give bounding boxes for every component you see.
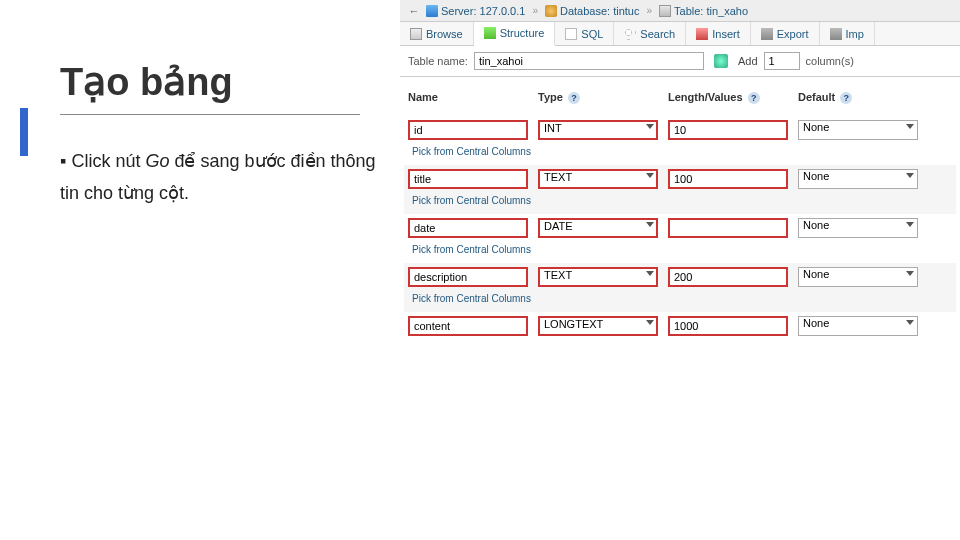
column-type-select[interactable]: LONGTEXT (538, 316, 658, 336)
table-name-input[interactable] (474, 52, 704, 70)
column-row: TEXTNone (404, 263, 956, 291)
column-default-select[interactable]: None (798, 267, 918, 287)
add-columns-label: Add (738, 55, 758, 67)
header-name: Name (408, 91, 538, 104)
tab-sql-label: SQL (581, 28, 603, 40)
tab-structure[interactable]: Structure (474, 22, 556, 46)
search-icon (624, 28, 636, 40)
header-default: Default ? (798, 91, 928, 104)
column-row: INTNone (404, 116, 956, 144)
table-icon (659, 5, 671, 17)
table-name-label: Table name: (408, 55, 468, 67)
add-columns-input[interactable] (764, 52, 800, 70)
column-length-input[interactable] (668, 267, 788, 287)
column-row: TEXTNone (404, 165, 956, 193)
tab-search[interactable]: Search (614, 22, 686, 45)
columns-header: Name Type ? Length/Values ? Default ? (404, 85, 956, 116)
tab-browse[interactable]: Browse (400, 22, 474, 45)
breadcrumb-table-label: Table: (674, 5, 703, 17)
column-length-input[interactable] (668, 169, 788, 189)
columns-label: column(s) (806, 55, 854, 67)
tab-import-label: Imp (846, 28, 864, 40)
tab-search-label: Search (640, 28, 675, 40)
help-icon[interactable]: ? (568, 92, 580, 104)
pick-central-columns-link[interactable]: Pick from Central Columns (404, 242, 956, 263)
slide-body: ▪ Click nút Go để sang bước điền thông t… (60, 145, 380, 210)
table-name-bar: Table name: Add column(s) (400, 46, 960, 77)
import-icon (830, 28, 842, 40)
column-length-input[interactable] (668, 316, 788, 336)
tabs: Browse Structure SQL Search Insert Expor… (400, 22, 960, 46)
phpmyadmin-screenshot: ← Server: 127.0.0.1 » Database: tintuc »… (400, 0, 960, 540)
slide-text-em: Go (145, 151, 169, 171)
pick-central-columns-link[interactable]: Pick from Central Columns (404, 291, 956, 312)
slide-title: Tạo bảng (60, 60, 380, 104)
column-row: DATENone (404, 214, 956, 242)
column-default-select[interactable]: None (798, 218, 918, 238)
bullet-icon: ▪ (60, 151, 66, 171)
tab-insert-label: Insert (712, 28, 740, 40)
breadcrumb-sep: » (532, 5, 538, 16)
column-row: LONGTEXTNone (404, 312, 956, 340)
structure-icon (484, 27, 496, 39)
column-name-input[interactable] (408, 169, 528, 189)
tab-insert[interactable]: Insert (686, 22, 751, 45)
column-length-input[interactable] (668, 120, 788, 140)
breadcrumb-db-label: Database: (560, 5, 610, 17)
columns-grid: Name Type ? Length/Values ? Default ? IN… (400, 77, 960, 344)
header-type: Type ? (538, 91, 668, 104)
export-icon (761, 28, 773, 40)
pick-central-columns-link[interactable]: Pick from Central Columns (404, 144, 956, 165)
tab-export[interactable]: Export (751, 22, 820, 45)
breadcrumb-sep: » (646, 5, 652, 16)
breadcrumb-server[interactable]: Server: 127.0.0.1 (426, 5, 525, 17)
column-type-select[interactable]: TEXT (538, 169, 658, 189)
insert-icon (696, 28, 708, 40)
column-type-select[interactable]: TEXT (538, 267, 658, 287)
sql-icon (565, 28, 577, 40)
column-default-select[interactable]: None (798, 316, 918, 336)
header-length: Length/Values ? (668, 91, 798, 104)
column-name-input[interactable] (408, 267, 528, 287)
tab-sql[interactable]: SQL (555, 22, 614, 45)
table-options-icon[interactable] (714, 54, 728, 68)
server-icon (426, 5, 438, 17)
breadcrumb-db-value: tintuc (613, 5, 639, 17)
database-icon (545, 5, 557, 17)
column-default-select[interactable]: None (798, 120, 918, 140)
browse-icon (410, 28, 422, 40)
pick-central-columns-link[interactable]: Pick from Central Columns (404, 193, 956, 214)
help-icon[interactable]: ? (840, 92, 852, 104)
slide-accent-bar (20, 108, 28, 156)
breadcrumb: ← Server: 127.0.0.1 » Database: tintuc »… (400, 0, 960, 22)
tab-structure-label: Structure (500, 27, 545, 39)
breadcrumb-server-value: 127.0.0.1 (480, 5, 526, 17)
breadcrumb-table-value: tin_xaho (706, 5, 748, 17)
column-default-select[interactable]: None (798, 169, 918, 189)
breadcrumb-database[interactable]: Database: tintuc (545, 5, 640, 17)
breadcrumb-back-button[interactable]: ← (406, 5, 422, 17)
slide-text-pre: Click nút (71, 151, 145, 171)
tab-export-label: Export (777, 28, 809, 40)
column-name-input[interactable] (408, 218, 528, 238)
tab-import[interactable]: Imp (820, 22, 875, 45)
tab-browse-label: Browse (426, 28, 463, 40)
slide-divider (60, 114, 360, 115)
column-type-select[interactable]: DATE (538, 218, 658, 238)
breadcrumb-server-label: Server: (441, 5, 476, 17)
slide-panel: Tạo bảng ▪ Click nút Go để sang bước điề… (0, 0, 400, 540)
help-icon[interactable]: ? (748, 92, 760, 104)
column-type-select[interactable]: INT (538, 120, 658, 140)
column-name-input[interactable] (408, 316, 528, 336)
column-length-input[interactable] (668, 218, 788, 238)
breadcrumb-table[interactable]: Table: tin_xaho (659, 5, 748, 17)
column-name-input[interactable] (408, 120, 528, 140)
